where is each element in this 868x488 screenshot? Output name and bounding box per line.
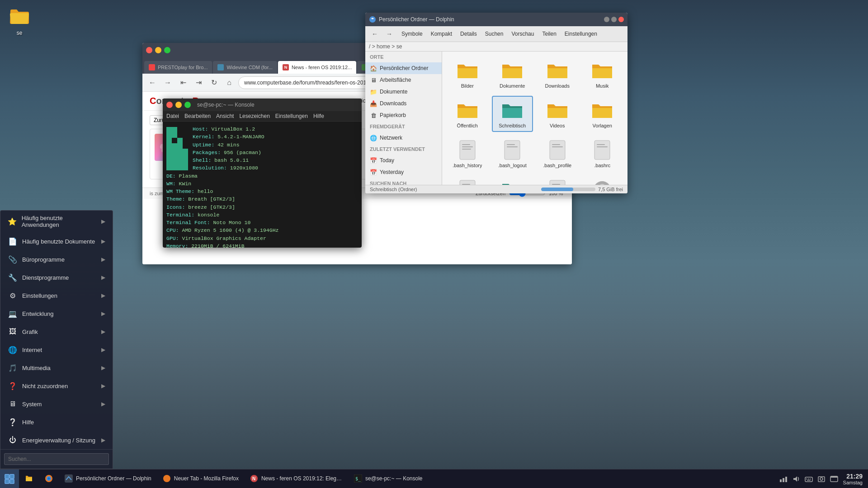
file-item-dokumente[interactable]: Dokumente: [492, 56, 533, 92]
dolphin-menu-suchen[interactable]: Suchen: [481, 29, 507, 38]
menu-item-power[interactable]: ⏻ Energieverwaltung / Sitzung ▶: [0, 431, 113, 449]
dolphin-menu-kompakt[interactable]: Kompakt: [427, 29, 456, 38]
file-item-bilder[interactable]: Bilder: [447, 56, 488, 92]
sidebar-item-network[interactable]: 🌐 Netzwerk: [365, 132, 442, 144]
browser-tab-2[interactable]: Widevine CDM (for...: [213, 61, 277, 74]
taskbar-item-files[interactable]: [19, 469, 39, 488]
network-icon: 🌐: [370, 134, 377, 141]
browser-maximize-btn[interactable]: [164, 47, 170, 53]
tray-screenshot-icon[interactable]: [817, 474, 826, 483]
tray-network-icon[interactable]: [779, 474, 788, 483]
arrow-icon-10: ▶: [101, 383, 105, 389]
menu-item-multimedia[interactable]: 🎵 Multimedia ▶: [0, 359, 113, 377]
browser-back-btn[interactable]: ←: [146, 76, 159, 89]
file-item-offentlich[interactable]: Öffentlich: [447, 96, 488, 132]
terminal-body[interactable]: Host: VirtualBox 1.2 Kernel: 5.4.2-1-MAN…: [163, 122, 362, 248]
dolphin-menu-einstellungen[interactable]: Einstellungen: [561, 29, 601, 38]
file-item-dir-colors[interactable]: .dir_colors: [447, 175, 488, 185]
file-item-directory[interactable]: .directory: [492, 175, 533, 185]
dolphin-back-btn[interactable]: ←: [369, 28, 381, 40]
dolphin-close-btn[interactable]: [618, 17, 624, 22]
browser-home-btn[interactable]: ⌂: [223, 76, 236, 89]
terminal-minimize-btn[interactable]: [175, 102, 182, 108]
browser-reload-btn[interactable]: ↻: [208, 76, 220, 89]
dolphin-menu-symbole[interactable]: Symbole: [398, 29, 426, 38]
dolphin-maximize-btn[interactable]: [611, 17, 617, 22]
taskbar-item-firefox[interactable]: [39, 469, 59, 488]
dolphin-forward-btn[interactable]: →: [383, 28, 395, 40]
arrow-icon-4: ▶: [101, 274, 105, 281]
trash-folder-icon: 🗑: [370, 112, 377, 119]
file-item-face[interactable]: .face: [582, 175, 623, 185]
tray-volume-icon[interactable]: [792, 474, 801, 483]
sidebar-item-personal[interactable]: 🏠 Persönlicher Ordner: [365, 62, 442, 74]
dolphin-menu-vorschau[interactable]: Vorschau: [508, 29, 538, 38]
sidebar-item-downloads[interactable]: 📥 Downloads: [365, 98, 442, 109]
taskbar-item-news[interactable]: N News - feren OS 2019:12: Elegante Dist…: [244, 469, 348, 488]
file-item-bash-logout[interactable]: .bash_logout: [492, 136, 533, 172]
terminal-menu-settings[interactable]: Einstellungen: [275, 112, 308, 120]
menu-item-office[interactable]: 📎 Büroprogramme ▶: [0, 250, 113, 268]
arrow-icon-8: ▶: [101, 347, 105, 353]
dolphin-menu-teilen[interactable]: Teilen: [538, 29, 560, 38]
file-item-bash-history[interactable]: .bash_history: [447, 136, 488, 172]
svg-rect-2: [462, 144, 470, 145]
taskbar-item-terminal[interactable]: $_ se@se-pc:~ — Konsole: [348, 469, 428, 488]
terminal-close-btn[interactable]: [166, 102, 173, 108]
start-button[interactable]: [0, 469, 19, 488]
file-item-videos[interactable]: Videos: [537, 96, 578, 132]
file-item-vorlagen[interactable]: Vorlagen: [582, 96, 623, 132]
dolphin-urlbar: / > home > se: [365, 42, 627, 52]
browser-forward-btn[interactable]: →: [161, 76, 174, 89]
menu-item-utilities[interactable]: 🔧 Dienstprogramme ▶: [0, 268, 113, 286]
browser-close-btn[interactable]: [146, 47, 152, 53]
storage-bar: 7,5 GiB frei: [541, 187, 623, 192]
terminal-menu-help[interactable]: Hilfe: [313, 112, 324, 120]
dolphin-menu-details[interactable]: Details: [457, 29, 481, 38]
terminal-menu-view[interactable]: Ansicht: [216, 112, 234, 120]
sidebar-label-personal: Persönlicher Ordner: [380, 65, 428, 71]
file-item-musik[interactable]: Musik: [582, 56, 623, 92]
tray-keyboard-icon[interactable]: [804, 474, 813, 483]
tray-window-icon[interactable]: [830, 474, 839, 483]
file-item-schreibtisch[interactable]: Schreibtisch: [492, 96, 533, 132]
file-item-downloads[interactable]: Downloads: [537, 56, 578, 92]
menu-item-frequent-apps[interactable]: ⭐ Häufig benutzte Anwendungen ▶: [0, 211, 113, 232]
taskbar-item-dolphin[interactable]: Persönlicher Ordner — Dolphin: [59, 469, 157, 488]
terminal-menu-edit[interactable]: Bearbeiten: [184, 112, 211, 120]
sidebar-label-downloads: Downloads: [380, 100, 406, 107]
sidebar-item-documents[interactable]: 📁 Dokumente: [365, 86, 442, 98]
terminal-maximize-btn[interactable]: [184, 102, 191, 108]
menu-item-help[interactable]: ❔ Hilfe: [0, 413, 113, 431]
app-search-input[interactable]: [4, 453, 109, 465]
menu-item-unassigned[interactable]: ❓ Nicht zuzuordnen ▶: [0, 377, 113, 395]
terminal-menu-bookmarks[interactable]: Lesezeichen: [239, 112, 269, 120]
dolphin-minimize-btn[interactable]: [604, 17, 609, 22]
taskbar-clock[interactable]: 21:29 Samstag: [843, 473, 868, 485]
sidebar-item-yesterday[interactable]: 📅 Yesterday: [365, 166, 442, 178]
file-icon-bash-history: [457, 139, 478, 161]
menu-item-graphics[interactable]: 🖼 Grafik ▶: [0, 323, 113, 341]
sidebar-item-today[interactable]: 📅 Today: [365, 155, 442, 166]
browser-first-btn[interactable]: ⇤: [177, 76, 189, 89]
sidebar-item-desktop[interactable]: 🖥 Arbeitsfläche: [365, 74, 442, 86]
sidebar-item-trash[interactable]: 🗑 Papierkorb: [365, 109, 442, 121]
file-item-bashrc[interactable]: .bashrc: [582, 136, 623, 172]
browser-last-btn[interactable]: ⇥: [192, 76, 205, 89]
menu-item-system[interactable]: 🖥 System ▶: [0, 395, 113, 413]
taskbar-item-newtab[interactable]: Neuer Tab - Mozilla Firefox: [157, 469, 244, 488]
taskbar-tray: [774, 474, 843, 483]
file-item-esd-auth[interactable]: .esd_auth: [537, 175, 578, 185]
browser-tab-1[interactable]: PRESTOplay for Bro...: [144, 61, 212, 74]
browser-tab-3[interactable]: N News - feren OS 2019:12...: [278, 61, 356, 74]
browser-minimize-btn[interactable]: [155, 47, 161, 53]
menu-item-settings[interactable]: ⚙ Einstellungen ▶: [0, 286, 113, 305]
menu-item-internet[interactable]: 🌐 Internet ▶: [0, 341, 113, 359]
menu-item-development[interactable]: 💻 Entwicklung ▶: [0, 305, 113, 323]
menu-item-frequent-docs[interactable]: 📄 Häufig benutzte Dokumente ▶: [0, 232, 113, 250]
tab-label-2: Widevine CDM (for...: [226, 65, 272, 70]
desktop-icon-se[interactable]: se: [7, 5, 32, 38]
terminal-menu-file[interactable]: Datei: [166, 112, 179, 120]
file-item-bash-profile[interactable]: .bash_profile: [537, 136, 578, 172]
file-label-bash-history: .bash_history: [453, 163, 482, 168]
